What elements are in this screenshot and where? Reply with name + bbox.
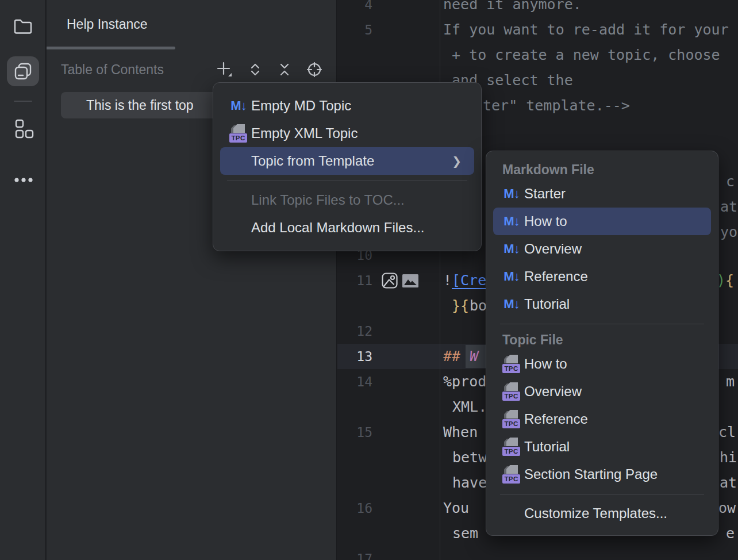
code-segment: need it anymore. [443, 0, 582, 17]
stripe-divider [14, 101, 32, 102]
menu-item-label: How to [524, 356, 567, 372]
menu-separator [486, 488, 718, 500]
code-segment: cl [718, 420, 736, 445]
menu-item-overview[interactable]: M↓Overview [493, 235, 711, 263]
menu-item-topic-from-template[interactable]: Topic from Template❯ [220, 147, 474, 175]
line-number: 4 [337, 0, 372, 17]
menu-item-tutorial[interactable]: M↓Tutorial [493, 290, 711, 318]
expand-all-icon [248, 62, 263, 77]
menu-separator [213, 175, 481, 186]
menu-item-empty-xml-topic[interactable]: TPCEmpty XML Topic [220, 120, 474, 147]
menu-item-reference[interactable]: TPCReference [493, 405, 711, 433]
code-segment: betw [452, 445, 487, 470]
toc-tree-item[interactable]: This is the first top [61, 92, 228, 118]
menu-separator [486, 318, 718, 329]
gutter-image-filled[interactable] [402, 272, 419, 289]
plus-dropdown-icon [216, 61, 233, 78]
line-number: 15 [337, 420, 372, 445]
add-topic-button[interactable] [216, 61, 233, 78]
code-segment: bo [470, 293, 487, 319]
line-number: 13 [337, 344, 372, 369]
code-segment: + to create a new topic, choose [452, 43, 720, 68]
menu-item-label: Empty MD Topic [251, 98, 351, 114]
code-segment: If you want to re-add it for your [443, 17, 729, 43]
code-segment: hi [720, 445, 737, 470]
menu-item-starter[interactable]: M↓Starter [493, 180, 711, 208]
code-segment: ! [443, 268, 452, 293]
tree-item-label: This is the first top [86, 98, 194, 113]
more-tools-button[interactable] [7, 161, 39, 191]
menu-item-add-local-markdown-files[interactable]: Add Local Markdown Files... [220, 214, 474, 241]
line-number: 5 [337, 17, 372, 43]
menu-item-link-topic-files-to-toc[interactable]: Link Topic Files to TOC... [220, 186, 474, 214]
code-segment: c [726, 169, 735, 194]
code-segment: at [720, 470, 737, 496]
code-segment: ter" template.--> [483, 93, 630, 118]
editor-wrap-line: + to create a new topic, choose [337, 43, 738, 68]
editor-line-5: 5If you want to re-add it for your [337, 17, 738, 43]
image-outline-icon[interactable] [381, 272, 398, 289]
line-number: 16 [337, 496, 372, 521]
code-segment: ## [443, 344, 460, 369]
code-segment: yo [720, 220, 737, 245]
menu-item-empty-md-topic[interactable]: M↓Empty MD Topic [220, 92, 474, 120]
menu-item-label: Tutorial [524, 439, 570, 455]
menu-item-label: Overview [524, 241, 582, 257]
line-number: 17 [337, 546, 372, 560]
menu-item-how-to[interactable]: TPCHow to [493, 350, 711, 378]
markdown-file-icon: M↓ [229, 98, 248, 113]
menu-item-section-starting-page[interactable]: TPCSection Starting Page [493, 461, 711, 488]
topic-file-icon: TPC [502, 355, 521, 373]
locate-file-button[interactable] [306, 61, 323, 78]
menu-item-label: Customize Templates... [524, 505, 667, 521]
image-filled-icon[interactable] [402, 272, 419, 289]
line-number: 12 [337, 319, 372, 344]
menu-item-label: Link Topic Files to TOC... [251, 192, 405, 208]
editor-line-4: 4need it anymore. [337, 0, 738, 17]
menu-group-header-markdown-file: Markdown File [493, 159, 711, 180]
code-segment: %prod [443, 369, 486, 394]
markdown-file-icon: M↓ [502, 297, 521, 312]
menu-item-customize-templates[interactable]: Customize Templates... [493, 500, 711, 527]
topic-from-template-submenu: Markdown FileM↓StarterM↓How toM↓Overview… [486, 151, 718, 536]
tab-help-instance[interactable]: Help Instance [67, 0, 148, 48]
copies-icon [12, 60, 34, 82]
menu-item-how-to[interactable]: M↓How to [493, 208, 711, 235]
structure-tool-button[interactable] [7, 114, 39, 144]
collapse-all-button[interactable] [276, 61, 293, 78]
menu-item-reference[interactable]: M↓Reference [493, 263, 711, 290]
add-topic-context-menu: M↓Empty MD TopicTPCEmpty XML TopicTopic … [213, 82, 482, 251]
menu-item-overview[interactable]: TPCOverview [493, 378, 711, 405]
code-segment: You [443, 496, 469, 521]
code-segment: [Cre [452, 268, 486, 293]
toc-title: Table of Contents [61, 49, 164, 90]
expand-all-button[interactable] [247, 61, 264, 78]
markdown-file-icon: M↓ [502, 186, 521, 201]
menu-item-label: Add Local Markdown Files... [251, 220, 424, 236]
activity-bar [0, 0, 46, 560]
code-segment: m [726, 369, 735, 394]
code-segment: sem [452, 521, 478, 546]
gutter-image-outline[interactable] [381, 272, 398, 289]
folder-icon-button[interactable] [7, 11, 39, 41]
code-segment: { [725, 268, 734, 293]
ellipsis-icon [12, 165, 34, 187]
topic-file-icon: TPC [502, 410, 521, 428]
menu-item-label: Topic from Template [251, 153, 374, 169]
code-segment: have [452, 470, 487, 496]
help-instance-tool-button[interactable] [7, 56, 39, 86]
submenu-arrow-icon: ❯ [452, 154, 465, 168]
topic-file-icon: TPC [502, 465, 521, 484]
code-segment: When [443, 420, 478, 445]
line-number: 14 [337, 369, 372, 394]
code-segment: at [720, 194, 737, 220]
markdown-file-icon: M↓ [502, 269, 521, 284]
folder-icon [12, 16, 34, 37]
menu-item-label: Empty XML Topic [251, 125, 358, 141]
structure-icon [12, 118, 34, 140]
collapse-all-icon [277, 62, 292, 77]
menu-item-label: Section Starting Page [524, 466, 658, 482]
markdown-file-icon: M↓ [502, 214, 521, 229]
code-segment: XML. [452, 394, 487, 420]
menu-item-tutorial[interactable]: TPCTutorial [493, 433, 711, 461]
